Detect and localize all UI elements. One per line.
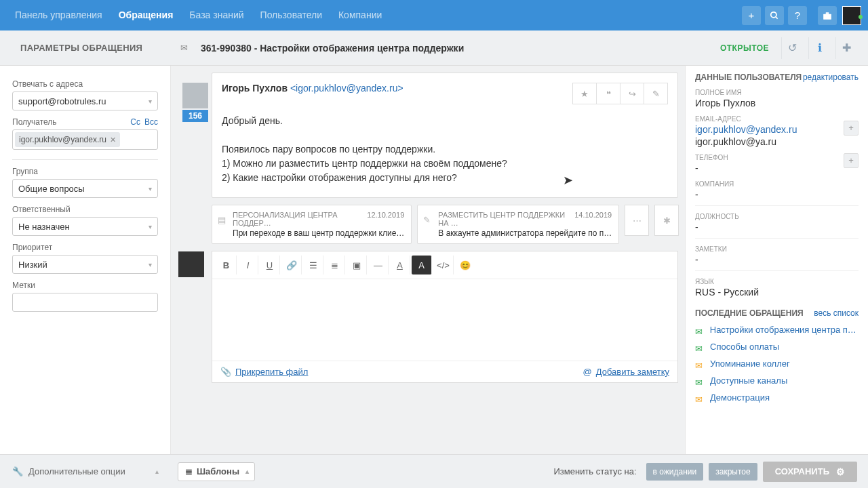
user-data-heading: ДАННЫЕ ПОЛЬЗОВАТЕЛЯ [695,73,802,82]
recipient-input[interactable]: igor.pukhlov@yandex.ru✕ [12,129,158,150]
envelope-icon: ✉ [695,361,705,367]
top-nav: Панель управления Обращения База знаний … [0,0,868,30]
envelope-icon: ✉ [695,344,705,350]
recent-heading: ПОСЛЕДНИЕ ОБРАЩЕНИЯ [695,308,804,318]
document-icon: ▤ [218,215,226,225]
add-phone-button[interactable]: + [844,153,859,168]
save-button[interactable]: СОХРАНИТЬ⚙ [763,462,857,482]
chevron-down-icon: ▾ [149,98,152,105]
recipient-label: ПолучательCcBcc [12,117,158,127]
star-icon[interactable]: ★ [572,83,597,104]
status-pending-button[interactable]: в ожидании [646,463,704,481]
edit-icon[interactable]: ✎ [644,83,668,104]
chevron-down-icon: ▾ [149,185,152,192]
recent-all-link[interactable]: весь список [814,308,859,318]
bg-color-icon[interactable]: A [412,256,432,274]
briefcase-icon[interactable] [818,6,837,25]
priority-select[interactable]: Низкий▾ [12,255,158,274]
ticket-title: 361-990380 - Настройки отображения центр… [201,43,464,54]
change-status-label: Изменить статус на: [553,466,636,476]
add-email-button[interactable]: + [844,121,859,136]
list-ul-icon[interactable]: ☰ [303,256,323,274]
code-icon[interactable]: </> [433,256,454,274]
user-avatar[interactable] [842,6,861,25]
status-closed-button[interactable]: закрытое [709,463,757,481]
left-sidebar: Отвечать с адреса support@robotrules.ru▾… [0,66,171,454]
plus-icon[interactable]: + [742,6,761,25]
quote-icon[interactable]: ❝ [596,83,620,104]
reply-editor: B I U 🔗 ☰ ≣ ▣ — A A </> 😊 📎Прикрепить фа… [212,251,678,383]
emoji-icon[interactable]: 😊 [455,256,475,274]
envelope-icon: ✉ [695,378,705,384]
more-icon[interactable]: ⋯ [625,205,649,236]
days-badge: 156 [182,110,208,122]
forward-icon[interactable]: ↪ [620,83,644,104]
nav-tickets[interactable]: Обращения [111,0,182,30]
editor-textarea[interactable] [212,279,677,361]
bold-icon[interactable]: B [216,256,237,274]
reply-from-select[interactable]: support@robotrules.ru▾ [12,92,158,110]
recent-ticket-item[interactable]: ✉Демонстрация [695,392,859,403]
font-color-icon[interactable]: A [390,256,410,274]
recent-ticket-item[interactable]: ✉Упоминание коллег [695,359,859,369]
nav-users[interactable]: Пользователи [252,0,330,30]
paperclip-icon: 📎 [220,367,231,377]
help-icon[interactable]: ? [788,6,807,25]
nav-kb[interactable]: База знаний [181,0,252,30]
online-indicator-icon [859,15,863,19]
center-panel: 156 Игорь Пухлов <igor.pukhlov@yandex.ru… [171,66,685,454]
nav-dashboard[interactable]: Панель управления [7,0,111,30]
more-options-link[interactable]: Дополнительные опции [28,466,125,476]
notes-label: ЗАМЕТКИ [695,245,859,253]
svg-rect-2 [823,14,831,19]
company-label: КОМПАНИЯ [695,180,859,188]
puzzle-icon[interactable]: ✚ [835,37,857,59]
nav-companies[interactable]: Компании [330,0,390,30]
company-value: - [695,189,859,200]
list-ol-icon[interactable]: ≣ [325,256,345,274]
recent-ticket-item[interactable]: ✉Доступные каналы [695,375,859,386]
lang-label: ЯЗЫК [695,278,859,285]
tags-input[interactable] [12,293,158,312]
notes-value: - [695,254,859,265]
sender-avatar [182,83,208,108]
hr-icon[interactable]: — [368,256,389,274]
underline-icon[interactable]: U [260,256,280,274]
full-name-value: Игорь Пухлов [695,98,859,108]
link-icon[interactable]: 🔗 [281,256,302,274]
recent-ticket-item[interactable]: ✉Настройки отображения центра по… [695,325,859,335]
chevron-up-icon: ▴ [245,468,249,475]
italic-icon[interactable]: I [238,256,258,274]
reply-from-label: Отвечать с адреса [12,79,158,89]
bcc-link[interactable]: Bcc [144,117,158,127]
recent-ticket-item[interactable]: ✉Способы оплаты [695,342,859,352]
left-panel-heading: ПАРАМЕТРЫ ОБРАЩЕНИЯ [0,43,171,53]
chevron-down-icon: ▾ [149,261,152,268]
add-note-link[interactable]: Добавить заметку [596,367,669,377]
chevron-up-icon: ▴ [155,468,159,475]
chevron-down-icon: ▾ [149,223,152,230]
paw-icon[interactable]: ✱ [654,205,679,236]
related-article[interactable]: ▤ ПЕРСОНАЛИЗАЦИЯ ЦЕНТРА ПОДДЕР…12.10.201… [212,205,412,244]
related-article[interactable]: ✎ РАЗМЕСТИТЬ ЦЕНТР ПОДДЕРЖКИ НА …14.10.2… [417,205,619,244]
recent-ticket-title: Настройки отображения центра по… [710,325,859,335]
edit-user-link[interactable]: редактировать [803,73,859,82]
history-icon[interactable]: ↺ [781,37,803,59]
ticket-header: ПАРАМЕТРЫ ОБРАЩЕНИЯ ✉ 361-990380 - Настр… [0,30,868,66]
remove-chip-icon[interactable]: ✕ [110,136,116,144]
info-icon[interactable]: ℹ [808,37,830,59]
full-name-label: ПОЛНОЕ ИМЯ [695,89,859,96]
search-icon[interactable] [765,6,784,25]
templates-button[interactable]: ≣Шаблоны▴ [178,462,255,481]
email-value[interactable]: igor.pukhlov@yandex.ru [695,124,844,135]
attach-file-link[interactable]: Прикрепить файл [235,367,308,377]
image-icon[interactable]: ▣ [347,256,367,274]
recipient-chip: igor.pukhlov@yandex.ru✕ [15,132,120,147]
cc-link[interactable]: Cc [130,117,140,127]
group-select[interactable]: Общие вопросы▾ [12,179,158,198]
svg-point-0 [771,12,776,17]
message-card: 156 Игорь Пухлов <igor.pukhlov@yandex.ru… [212,73,678,198]
group-label: Группа [12,167,158,176]
tags-label: Метки [12,281,158,290]
assignee-select[interactable]: Не назначен▾ [12,217,158,236]
